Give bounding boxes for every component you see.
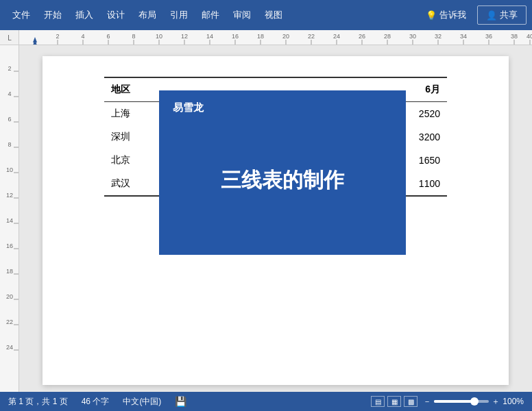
menubar-right: 💡 告诉我 👤 共享	[419, 5, 527, 25]
svg-text:16: 16	[232, 33, 239, 40]
menu-file[interactable]: 文件	[5, 6, 37, 24]
blue-overlay: 易雪龙 三线表的制作	[159, 90, 406, 255]
ruler-vertical: 2 4 6 8 10 12 14 16 18 20 22 24	[0, 45, 19, 392]
tell-me-button[interactable]: 💡 告诉我	[419, 6, 473, 24]
svg-rect-1	[19, 30, 532, 45]
svg-text:2: 2	[8, 65, 11, 72]
menu-start[interactable]: 开始	[37, 6, 69, 24]
svg-text:26: 26	[359, 33, 365, 40]
char-count: 46 个字	[82, 396, 110, 408]
svg-text:10: 10	[156, 33, 162, 40]
overlay-title: 易雪龙	[173, 101, 392, 114]
svg-text:20: 20	[6, 293, 13, 300]
menu-mail[interactable]: 邮件	[195, 6, 226, 24]
overlay-center-text: 三线表的制作	[173, 114, 392, 247]
svg-text:40: 40	[527, 33, 532, 40]
svg-text:2: 2	[56, 33, 59, 40]
svg-text:8: 8	[8, 141, 11, 148]
svg-text:10: 10	[6, 166, 13, 173]
page: 地区 6月 上海 2520 深圳 3200	[43, 56, 509, 385]
zoom-minus-button[interactable]: －	[423, 396, 431, 408]
svg-text:18: 18	[257, 33, 264, 40]
zoom-bar: － ＋ 100%	[423, 396, 524, 408]
zoom-plus-button[interactable]: ＋	[492, 396, 500, 408]
zoom-handle[interactable]	[470, 397, 479, 406]
menu-layout[interactable]: 布局	[132, 6, 163, 24]
menu-design[interactable]: 设计	[100, 6, 132, 24]
svg-text:14: 14	[206, 33, 213, 40]
read-view-icon[interactable]: ▩	[404, 396, 418, 407]
print-view-icon[interactable]: ▤	[371, 396, 385, 407]
main-area: 2 4 6 8 10 12 14 16 18 20 22 24	[0, 45, 532, 392]
svg-text:L: L	[8, 34, 12, 42]
svg-text:36: 36	[485, 33, 492, 40]
svg-text:20: 20	[282, 33, 289, 40]
svg-text:18: 18	[6, 268, 13, 275]
statusbar-right: ▤ ▦ ▩ － ＋ 100%	[371, 396, 524, 408]
svg-text:6: 6	[8, 116, 11, 123]
menu-bar: 文件 开始 插入 设计 布局 引用 邮件 审阅 视图 💡 告诉我 👤 共享	[0, 0, 532, 30]
menu-insert[interactable]: 插入	[69, 6, 100, 24]
share-button[interactable]: 👤 共享	[477, 5, 527, 25]
svg-text:16: 16	[6, 242, 13, 249]
tell-me-label: 告诉我	[439, 9, 466, 21]
status-bar: 第 1 页，共 1 页 46 个字 中文(中国) 💾 ▤ ▦ ▩ － ＋ 100…	[0, 392, 532, 411]
svg-text:28: 28	[384, 33, 391, 40]
svg-text:34: 34	[460, 33, 467, 40]
language: 中文(中国)	[123, 396, 161, 408]
person-icon: 👤	[486, 10, 497, 21]
menu-view[interactable]: 视图	[258, 6, 289, 24]
zoom-slider[interactable]	[434, 400, 489, 403]
svg-text:38: 38	[511, 33, 518, 40]
view-icons: ▤ ▦ ▩	[371, 396, 418, 407]
ruler-container: L 2 4 6 8 10 12 14 16	[0, 30, 532, 45]
svg-text:22: 22	[6, 319, 13, 325]
svg-text:12: 12	[6, 192, 13, 199]
svg-text:14: 14	[6, 217, 13, 224]
table-wrapper: 地区 6月 上海 2520 深圳 3200	[104, 77, 447, 197]
save-icon[interactable]: 💾	[175, 396, 186, 407]
svg-text:4: 4	[81, 33, 84, 40]
zoom-level: 100%	[503, 397, 524, 406]
svg-text:22: 22	[308, 33, 315, 40]
svg-text:30: 30	[409, 33, 416, 40]
page-info: 第 1 页，共 1 页	[8, 396, 68, 408]
svg-text:32: 32	[435, 33, 442, 40]
menu-review[interactable]: 审阅	[226, 6, 258, 24]
svg-text:4: 4	[8, 90, 11, 97]
svg-text:12: 12	[181, 33, 188, 40]
document-area[interactable]: 地区 6月 上海 2520 深圳 3200	[19, 45, 532, 392]
ruler-horizontal: 2 4 6 8 10 12 14 16 18 20 22 24 26	[19, 30, 532, 45]
menu-reference[interactable]: 引用	[163, 6, 195, 24]
ruler-corner: L	[0, 30, 19, 45]
svg-text:24: 24	[333, 33, 340, 40]
svg-text:8: 8	[132, 33, 135, 40]
web-view-icon[interactable]: ▦	[387, 396, 401, 407]
svg-text:24: 24	[6, 344, 13, 351]
lightbulb-icon: 💡	[426, 10, 437, 21]
share-label: 共享	[500, 9, 518, 21]
svg-text:6: 6	[106, 33, 110, 40]
